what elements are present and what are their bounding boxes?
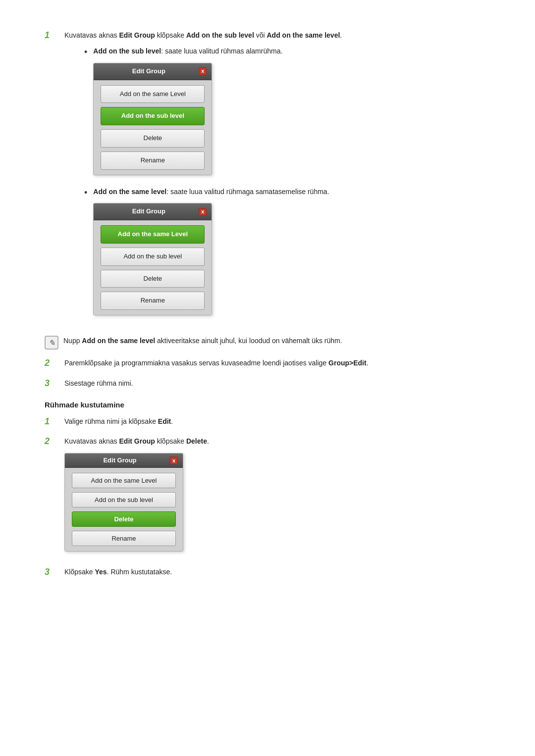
dialog-delete-btn-delete[interactable]: Delete (72, 511, 176, 527)
dialog-wrapper-delete: Edit Group x Add on the same Level Add o… (64, 453, 490, 552)
section2-step-3-text: Klõpsake Yes. Rühm kustutatakse. (64, 566, 490, 577)
section2-step-2: 2 Kuvatavas aknas Edit Group klõpsake De… (45, 436, 490, 557)
step-2-content: Paremklõpsake ja programmiakna vasakus s… (64, 357, 490, 368)
dialog-delete-btn-sub-level[interactable]: Add on the sub level (72, 492, 176, 507)
section2-step-3-number: 3 (45, 567, 64, 577)
dialog-same-body: Add on the same Level Add on the sub lev… (94, 220, 212, 315)
dialog-delete-btn-rename[interactable]: Rename (72, 531, 176, 546)
bullet-dot-2: • (84, 186, 87, 200)
step-1-content: Kuvatavas aknas Edit Group klõpsake Add … (64, 30, 490, 326)
note-icon: ✎ (45, 336, 58, 350)
bullet-sub-level-label: Add on the sub level (93, 47, 161, 55)
bullet-sub-level-content: Add on the sub level: saate luua valitud… (93, 46, 490, 181)
section2-step-1-edit: Edit (158, 417, 171, 425)
section2-step-1: 1 Valige rühma nimi ja klõpsake Edit. (45, 416, 490, 427)
dialog-same-btn-delete[interactable]: Delete (101, 270, 205, 288)
dialog-sub-btn-sub-level[interactable]: Add on the sub level (101, 107, 205, 125)
note-text: Nupp Add on the same level aktiveeritaks… (63, 335, 342, 346)
section2-step-1-content: Valige rühma nimi ja klõpsake Edit. (64, 416, 490, 427)
dialog-same-level: Edit Group x Add on the same Level Add o… (93, 203, 212, 315)
dialog-delete-btn-same-level[interactable]: Add on the same Level (72, 473, 176, 488)
dialog-same-btn-same-level[interactable]: Add on the same Level (101, 225, 205, 244)
main-content: 1 Kuvatavas aknas Edit Group klõpsake Ad… (45, 30, 490, 577)
section2-step-2-delete: Delete (186, 437, 207, 445)
step-3-content: Sisestage rühma nimi. (64, 378, 490, 389)
section2-step-2-content: Kuvatavas aknas Edit Group klõpsake Dele… (64, 436, 490, 557)
dialog-sub-level: Edit Group x Add on the same Level Add o… (93, 63, 212, 175)
step-2-text: Paremklõpsake ja programmiakna vasakus s… (64, 357, 490, 368)
step-1: 1 Kuvatavas aknas Edit Group klõpsake Ad… (45, 30, 490, 326)
section2-step-1-text: Valige rühma nimi ja klõpsake Edit. (64, 416, 490, 427)
dialog-delete-title: Edit Group (70, 456, 170, 464)
step-3: 3 Sisestage rühma nimi. (45, 378, 490, 389)
section-2-heading: Rühmade kustutamine (45, 401, 490, 409)
section2-step-2-text: Kuvatavas aknas Edit Group klõpsake Dele… (64, 436, 490, 447)
dialog-delete-close[interactable]: x (170, 456, 178, 464)
bullet-dot-1: • (84, 45, 87, 59)
step-1-number: 1 (45, 30, 64, 41)
bullet-sub-level: • Add on the sub level: saate luua valit… (84, 46, 490, 181)
bullet-same-level-content: Add on the same level: saate luua valitu… (93, 186, 490, 321)
dialog-same-btn-sub-level[interactable]: Add on the sub level (101, 248, 205, 266)
dialog-sub-title: Edit Group (99, 66, 199, 77)
bullet-same-level-label: Add on the same level (93, 188, 166, 196)
dialog-sub-btn-delete[interactable]: Delete (101, 129, 205, 148)
dialog-sub-titlebar: Edit Group x (94, 63, 212, 80)
section2-step-3-yes: Yes (95, 568, 107, 576)
dialog-wrapper-same: Edit Group x Add on the same Level Add o… (93, 203, 490, 315)
dialog-sub-body: Add on the same Level Add on the sub lev… (94, 80, 212, 175)
dialog-sub-close[interactable]: x (199, 67, 207, 75)
step-1-edit-group: Edit Group (119, 31, 155, 39)
dialog-sub-btn-rename[interactable]: Rename (101, 151, 205, 170)
dialog-same-titlebar: Edit Group x (94, 203, 212, 220)
svg-text:✎: ✎ (49, 339, 55, 347)
bullet-same-level: • Add on the same level: saate luua vali… (84, 186, 490, 321)
dialog-sub-btn-same-level[interactable]: Add on the same Level (101, 85, 205, 103)
step-1-text: Kuvatavas aknas Edit Group klõpsake Add … (64, 30, 490, 41)
note-add-same: Add on the same level (82, 337, 155, 345)
dialog-same-btn-rename[interactable]: Rename (101, 292, 205, 310)
section2-step-3: 3 Klõpsake Yes. Rühm kustutatakse. (45, 566, 490, 577)
section2-step-3-content: Klõpsake Yes. Rühm kustutatakse. (64, 566, 490, 577)
section2-step-2-edit-group: Edit Group (119, 437, 155, 445)
dialog-delete: Edit Group x Add on the same Level Add o… (64, 453, 183, 552)
step-2-group-edit: Group>Edit (328, 359, 367, 367)
step-3-number: 3 (45, 378, 64, 389)
step-3-text: Sisestage rühma nimi. (64, 378, 490, 389)
dialog-delete-body: Add on the same Level Add on the sub lev… (65, 468, 183, 551)
dialog-wrapper-sub: Edit Group x Add on the same Level Add o… (93, 63, 490, 175)
dialog-same-title: Edit Group (99, 206, 199, 217)
dialog-same-close[interactable]: x (199, 208, 207, 216)
section2-step-2-number: 2 (45, 436, 64, 447)
step-2: 2 Paremklõpsake ja programmiakna vasakus… (45, 357, 490, 368)
note-box: ✎ Nupp Add on the same level aktiveerita… (45, 335, 490, 350)
dialog-delete-titlebar: Edit Group x (65, 454, 183, 468)
step-1-add-sub: Add on the sub level (186, 31, 254, 39)
step-1-add-same: Add on the same level (267, 31, 340, 39)
section2-step-1-number: 1 (45, 416, 64, 427)
step-2-number: 2 (45, 358, 64, 368)
